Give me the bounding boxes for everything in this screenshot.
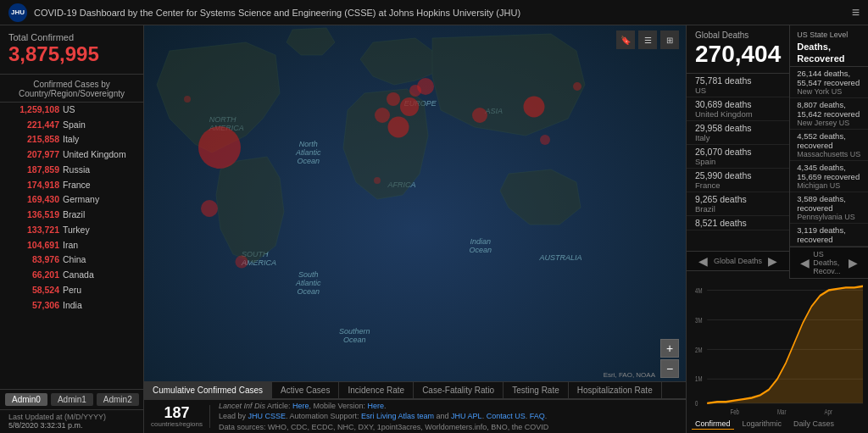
svg-text:Apr: Apr <box>825 407 833 416</box>
deaths-prev[interactable]: ◀ <box>695 254 711 268</box>
country-list: 1,259,108US221,447Spain215,858Italy207,9… <box>0 103 143 389</box>
country-name: India <box>63 299 82 313</box>
map-tabs-bar: Cumulative Confirmed CasesActive CasesIn… <box>144 381 686 399</box>
us-dot <box>198 126 241 169</box>
global-deaths: Global Deaths 270,404 <box>687 25 789 74</box>
country-item[interactable]: 169,430Germany <box>0 192 143 208</box>
death-count: 30,689 deaths <box>695 99 781 109</box>
country-item[interactable]: 215,858Italy <box>0 132 143 147</box>
country-item[interactable]: 66,201Canada <box>0 268 143 283</box>
country-name: Peru <box>63 284 81 297</box>
country-item[interactable]: 187,859Russia <box>0 163 143 178</box>
country-name: Brazil <box>63 208 85 222</box>
country-item[interactable]: 83,976China <box>0 253 143 268</box>
svg-text:2M: 2M <box>695 345 702 354</box>
death-item: 8,521 deaths <box>687 216 789 230</box>
map-tab[interactable]: Hospitalization Rate <box>569 382 662 398</box>
zoom-in-btn[interactable]: + <box>660 339 679 358</box>
svg-marker-6 <box>287 28 335 55</box>
total-confirmed-value: 3,875,995 <box>8 42 135 67</box>
brazil-dot <box>236 255 248 268</box>
chart-tab-daily-cases[interactable]: Daily Cases <box>790 419 837 430</box>
country-count: 207,977 <box>8 148 59 162</box>
grid-btn[interactable]: ⊞ <box>660 31 679 49</box>
map-tab[interactable]: Testing Rate <box>504 382 569 398</box>
svg-text:3M: 3M <box>695 316 702 325</box>
admin-tab-admin0[interactable]: Admin0 <box>5 393 47 406</box>
list-btn[interactable]: ☰ <box>638 31 657 49</box>
countries-label: countries/regions <box>151 420 203 428</box>
death-country: Italy <box>695 133 781 142</box>
admin-tabs: Admin0Admin1Admin2 <box>0 389 143 409</box>
map-tab[interactable]: Active Cases <box>272 382 339 398</box>
deaths-list: 75,781 deathsUS30,689 deathsUnited Kingd… <box>687 74 789 252</box>
death-count: 9,265 deaths <box>695 194 781 204</box>
map-tab[interactable]: Incidence Rate <box>339 382 414 398</box>
us-deaths-prev[interactable]: ◀ <box>797 256 813 269</box>
main: Total Confirmed 3,875,995 Confirmed Case… <box>0 25 868 433</box>
menu-icon[interactable]: ≡ <box>852 5 860 20</box>
country-count: 58,524 <box>8 284 59 297</box>
country-item[interactable]: 133,721Turkey <box>0 223 143 238</box>
death-country: US <box>695 86 781 95</box>
death-item: 26,070 deathsSpain <box>687 145 789 169</box>
country-name: Turkey <box>63 224 90 237</box>
country-name: France <box>63 179 91 192</box>
death-count: 25,990 deaths <box>695 170 781 180</box>
lancet-link[interactable]: Here <box>292 402 309 410</box>
total-confirmed-label: Total Confirmed <box>8 32 135 42</box>
china-dot <box>524 97 545 118</box>
country-item[interactable]: 1,259,108US <box>0 103 143 118</box>
us-deaths-nav: ◀ US Deaths, Recov... ▶ <box>790 247 868 279</box>
us-death-count: 4,345 deaths, 15,659 recovered <box>797 163 861 181</box>
map-area[interactable]: NORTHAMERICA SOUTHAMERICA EUROPE AFRICA … <box>144 25 686 433</box>
us-death-item: 3,589 deaths, recovered Pennsylvania US <box>790 192 868 224</box>
death-count: 29,958 deaths <box>695 123 781 133</box>
country-count: 215,858 <box>8 133 59 147</box>
jhu-logo: JHU <box>8 3 27 22</box>
map-tab[interactable]: Cumulative Confirmed Cases <box>144 382 272 398</box>
global-col: Global Deaths 270,404 75,781 deathsUS30,… <box>687 25 790 279</box>
map-tab[interactable]: Case-Fatality Ratio <box>414 382 504 398</box>
death-count: 8,521 deaths <box>695 218 781 228</box>
death-country: United Kingdom <box>695 109 781 119</box>
death-item: 9,265 deathsBrazil <box>687 192 789 216</box>
global-deaths-title: Global Deaths <box>695 31 781 40</box>
admin-tab-admin1[interactable]: Admin1 <box>51 393 93 406</box>
mobile-link[interactable]: Here <box>368 402 385 410</box>
europe-dot <box>388 117 409 138</box>
death-count: 26,070 deaths <box>695 147 781 157</box>
country-item[interactable]: 58,524Peru <box>0 283 143 298</box>
us-deaths-next[interactable]: ▶ <box>845 256 861 269</box>
right-panel: Global Deaths 270,404 75,781 deathsUS30,… <box>686 25 868 433</box>
svg-text:4M: 4M <box>695 286 702 296</box>
bookmark-btn[interactable]: 🔖 <box>616 31 635 49</box>
svg-marker-4 <box>432 34 585 136</box>
country-name: Spain <box>63 119 86 132</box>
header-title: COVID-19 Dashboard by the Center for Sys… <box>34 8 520 18</box>
chart-area: 4M 3M 2M 1M 0 Feb Mar Apr <box>687 279 868 433</box>
countries-count: 187 countries/regions <box>151 405 210 428</box>
deaths-next[interactable]: ▶ <box>765 254 781 268</box>
country-item[interactable]: 136,519Brazil <box>0 208 143 223</box>
country-item[interactable]: 104,691Iran <box>0 238 143 253</box>
map-zoom: + − <box>660 339 679 378</box>
chart-tab-confirmed[interactable]: Confirmed <box>692 419 734 430</box>
russia-dot <box>417 78 434 95</box>
country-item[interactable]: 221,447Spain <box>0 118 143 133</box>
country-item[interactable]: 174,918France <box>0 178 143 193</box>
death-item: 30,689 deathsUnited Kingdom <box>687 97 789 121</box>
us-nav-label: US Deaths, Recov... <box>813 250 845 275</box>
egypt-dot <box>374 177 381 184</box>
svg-marker-1 <box>216 157 284 263</box>
us-death-item: 4,552 deaths, recovered Massachusetts US <box>790 130 868 161</box>
last-updated-value: 5/8/2020 3:32:31 p.m. <box>8 421 135 430</box>
admin-tab-admin2[interactable]: Admin2 <box>97 393 139 406</box>
chart-tab-logarithmic[interactable]: Logarithmic <box>739 419 786 430</box>
country-item[interactable]: 57,306India <box>0 298 143 314</box>
svg-text:0: 0 <box>695 399 698 408</box>
country-item[interactable]: 207,977United Kingdom <box>0 147 143 163</box>
us-death-count: 3,589 deaths, recovered <box>797 194 861 213</box>
zoom-out-btn[interactable]: − <box>660 359 679 378</box>
country-count: 133,721 <box>8 224 59 237</box>
